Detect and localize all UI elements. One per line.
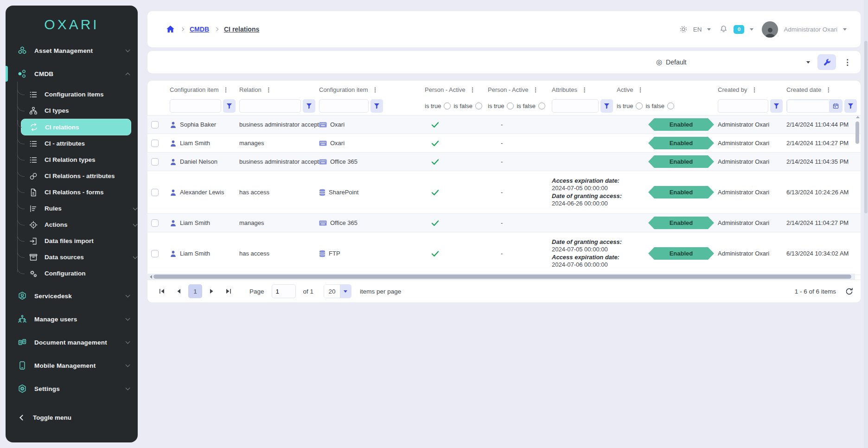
chevron-down-icon bbox=[126, 363, 130, 367]
table-row[interactable]: Liam Smith manages Oxari - Enabled Admin… bbox=[147, 134, 861, 153]
page-size-select[interactable]: 20 bbox=[324, 284, 351, 298]
sidebar-item-settings[interactable]: Settings bbox=[6, 377, 138, 400]
row-checkbox[interactable] bbox=[151, 250, 159, 257]
notification-count-badge[interactable]: 0 bbox=[734, 25, 744, 34]
table-row[interactable]: Alexander Lewis has access SharePoint - … bbox=[147, 171, 861, 214]
sidebar-item-cmdb[interactable]: CMDB bbox=[6, 62, 138, 85]
breadcrumb-current[interactable]: CI relations bbox=[224, 26, 259, 33]
chevron-down-icon[interactable] bbox=[707, 28, 711, 31]
previous-page-button[interactable] bbox=[172, 284, 185, 298]
column-menu-kebab[interactable]: ⋮ bbox=[637, 86, 643, 93]
column-menu-kebab[interactable]: ⋮ bbox=[581, 86, 587, 93]
filter-input-created-date[interactable] bbox=[787, 100, 830, 113]
filter-input-relation[interactable] bbox=[239, 99, 301, 113]
page-scrollbar[interactable] bbox=[864, 0, 868, 448]
horizontal-scroll-thumb[interactable] bbox=[153, 275, 851, 279]
table-row[interactable]: Liam Smith has access FTP - Date of gran… bbox=[147, 232, 861, 275]
bell-icon[interactable] bbox=[719, 25, 728, 34]
is-true-radio[interactable] bbox=[507, 102, 514, 109]
sidebar-item-actions[interactable]: Actions bbox=[29, 217, 138, 233]
target-icon: ◎ bbox=[656, 58, 662, 66]
column-title: Configuration item bbox=[170, 86, 219, 93]
row-checkbox[interactable] bbox=[151, 121, 159, 128]
view-selector-dropdown[interactable]: ◎ Default bbox=[651, 58, 815, 66]
table-row[interactable]: Sophia Baker business administrator acce… bbox=[147, 115, 861, 134]
refresh-icon[interactable] bbox=[845, 288, 853, 295]
avatar[interactable] bbox=[762, 21, 778, 38]
next-page-button[interactable] bbox=[205, 284, 219, 298]
sidebar-item-data-files-import[interactable]: Data files import bbox=[29, 233, 138, 249]
user-name[interactable]: Administrator Oxari bbox=[784, 26, 837, 33]
column-menu-kebab[interactable]: ⋮ bbox=[372, 86, 378, 93]
status-badge: Enabled bbox=[648, 217, 714, 229]
column-menu-kebab[interactable]: ⋮ bbox=[825, 86, 831, 93]
row-checkbox[interactable] bbox=[151, 158, 159, 166]
sidebar-item-rules[interactable]: Rules bbox=[29, 200, 138, 217]
home-icon[interactable] bbox=[166, 25, 175, 33]
more-options-kebab[interactable]: ⋮ bbox=[841, 58, 854, 67]
column-menu-kebab[interactable]: ⋮ bbox=[752, 86, 758, 93]
row-checkbox[interactable] bbox=[151, 219, 159, 227]
calendar-icon[interactable] bbox=[830, 100, 842, 112]
page-scroll-thumb[interactable] bbox=[864, 41, 868, 213]
column-menu-kebab[interactable]: ⋮ bbox=[469, 86, 475, 93]
column-menu-kebab[interactable]: ⋮ bbox=[223, 86, 229, 93]
row-checkbox[interactable] bbox=[151, 140, 159, 147]
is-false-radio[interactable] bbox=[667, 102, 674, 109]
last-page-button[interactable] bbox=[222, 284, 236, 298]
person-active-2-value: - bbox=[501, 121, 503, 128]
table-row[interactable]: Daniel Nelson business administrator acc… bbox=[147, 153, 861, 171]
breadcrumb-link-cmdb[interactable]: CMDB bbox=[190, 26, 209, 33]
filter-button[interactable] bbox=[223, 99, 236, 113]
sidebar-item-document-management[interactable]: Document management bbox=[6, 331, 138, 354]
filter-button[interactable] bbox=[770, 99, 783, 113]
is-false-radio[interactable] bbox=[475, 102, 482, 109]
sidebar-item-ci-relations-attributes[interactable]: CI Relations - attributes bbox=[29, 168, 138, 184]
is-true-radio[interactable] bbox=[636, 102, 643, 109]
chevron-down-icon[interactable] bbox=[843, 28, 847, 31]
table-horizontal-scrollbar[interactable] bbox=[147, 274, 855, 280]
vertical-scroll-thumb[interactable] bbox=[855, 122, 859, 144]
is-false-radio[interactable] bbox=[538, 102, 545, 109]
filter-input-configuration-item-2[interactable] bbox=[319, 99, 369, 113]
sidebar-item-ci-relation-types[interactable]: CI Relation types bbox=[29, 152, 138, 168]
sidebar-item-manage-users[interactable]: Manage users bbox=[6, 307, 138, 331]
first-page-button[interactable] bbox=[155, 284, 169, 298]
sidebar-item-ci-types[interactable]: CI types bbox=[29, 102, 138, 119]
sidebar-item-ci-relations-forms[interactable]: CI Relations - forms bbox=[29, 184, 138, 200]
toggle-menu-button[interactable]: Toggle menu bbox=[6, 407, 138, 428]
gear-icon[interactable] bbox=[679, 25, 688, 33]
filter-input-configuration-item[interactable] bbox=[170, 99, 221, 113]
table-vertical-scrollbar[interactable] bbox=[855, 116, 860, 274]
filter-button[interactable] bbox=[844, 99, 857, 113]
filter-button[interactable] bbox=[600, 99, 613, 113]
sidebar-item-data-sources[interactable]: Data sources bbox=[29, 249, 138, 265]
sidebar-item-mobile-management[interactable]: Mobile Management bbox=[6, 354, 138, 377]
language-selector[interactable]: EN bbox=[693, 26, 702, 33]
row-checkbox[interactable] bbox=[151, 189, 159, 196]
filter-button[interactable] bbox=[303, 99, 315, 113]
filter-button[interactable] bbox=[370, 99, 383, 113]
scroll-left-arrow-icon[interactable] bbox=[150, 275, 152, 279]
status-badge: Enabled bbox=[648, 247, 714, 260]
sidebar-item-servicedesk[interactable]: Servicedesk bbox=[6, 284, 138, 307]
page-number-input[interactable] bbox=[272, 284, 296, 298]
customize-columns-button[interactable] bbox=[817, 54, 836, 70]
sidebar-item-ci-relations[interactable]: CI relations bbox=[21, 119, 131, 135]
sidebar-item-asset-management[interactable]: Asset Management bbox=[6, 39, 138, 62]
sidebar-item-ci-attributes[interactable]: CI - attributes bbox=[29, 135, 138, 152]
table-row[interactable]: Liam Smith manages Office 365 - Enabled … bbox=[147, 214, 861, 232]
page-number-button[interactable]: 1 bbox=[188, 284, 202, 298]
scroll-up-arrow-icon[interactable] bbox=[856, 116, 860, 118]
sidebar-item-configuration[interactable]: Configuration bbox=[29, 265, 138, 282]
column-menu-kebab[interactable]: ⋮ bbox=[266, 86, 272, 93]
archive-box-icon bbox=[29, 253, 38, 262]
chevron-down-icon[interactable] bbox=[750, 28, 753, 31]
computer-icon bbox=[319, 220, 327, 226]
sidebar-item-configuration-items[interactable]: Configuration items bbox=[29, 86, 138, 102]
is-true-radio[interactable] bbox=[444, 102, 451, 109]
filter-input-attributes[interactable] bbox=[552, 99, 599, 113]
column-menu-kebab[interactable]: ⋮ bbox=[532, 86, 538, 93]
filter-input-created-by[interactable] bbox=[718, 99, 768, 113]
is-true-label: is true bbox=[488, 102, 504, 109]
